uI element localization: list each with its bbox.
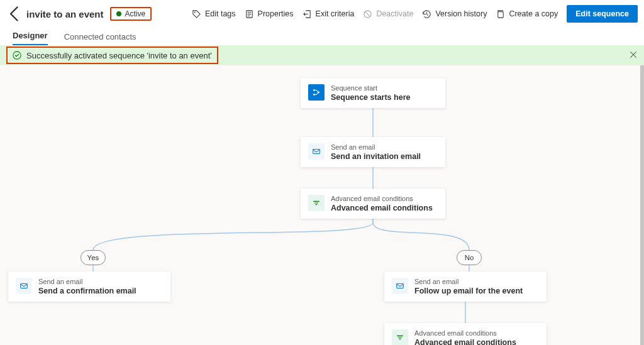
banner-close-button[interactable]: [629, 50, 638, 61]
status-label: Active: [125, 9, 146, 18]
designer-canvas[interactable]: Sequence start Sequence starts here Send…: [0, 65, 644, 345]
node-confirmation-email[interactable]: Send an email Send a confirmation email: [8, 271, 170, 302]
close-icon: [629, 50, 638, 59]
node-label: Advanced email conditions: [331, 195, 433, 202]
toolbar: Edit tags Properties Exit criteria Deact…: [192, 5, 638, 23]
node-label: Sequence start: [331, 84, 410, 92]
properties-button[interactable]: Properties: [245, 9, 294, 19]
email-icon: [392, 278, 408, 294]
properties-icon: [245, 9, 254, 19]
branch-no[interactable]: No: [457, 250, 482, 265]
svg-rect-9: [21, 284, 28, 288]
exit-criteria-button[interactable]: Exit criteria: [303, 9, 355, 19]
svg-point-4: [13, 52, 21, 59]
svg-rect-3: [498, 11, 503, 17]
status-badge: Active: [110, 7, 152, 21]
success-icon: [13, 51, 21, 60]
conditions-icon: [392, 329, 408, 345]
conditions-icon: [308, 195, 325, 211]
history-icon: [422, 9, 431, 19]
edit-sequence-button[interactable]: Edit sequence: [567, 5, 638, 23]
svg-rect-8: [313, 150, 320, 154]
tab-connected-contacts[interactable]: Connected contacts: [64, 32, 136, 45]
copy-icon: [496, 9, 505, 19]
node-title: Sequence starts here: [331, 93, 410, 102]
node-label: Send an email: [414, 278, 523, 285]
banner-message: Successfully activated sequence 'invite …: [26, 51, 212, 60]
node-label: Send an email: [38, 278, 136, 285]
node-title: Advanced email conditions: [331, 204, 433, 212]
svg-point-0: [194, 11, 196, 13]
create-copy-button[interactable]: Create a copy: [496, 9, 558, 19]
email-icon: [16, 278, 32, 294]
svg-rect-10: [397, 284, 404, 288]
edit-tags-button[interactable]: Edit tags: [192, 9, 236, 19]
node-title: Send a confirmation email: [38, 287, 136, 295]
tab-designer[interactable]: Designer: [13, 31, 48, 45]
node-sequence-start[interactable]: Sequence start Sequence starts here: [301, 78, 445, 108]
tag-icon: [192, 9, 201, 19]
version-history-button[interactable]: Version history: [422, 9, 487, 19]
node-title: Send an invitation email: [331, 152, 421, 161]
tabs: Designer Connected contacts: [0, 28, 644, 45]
node-label: Send an email: [331, 143, 421, 151]
success-banner: Successfully activated sequence 'invite …: [0, 45, 644, 65]
node-title: Follow up email for the event: [414, 287, 523, 295]
node-label: Advanced email conditions: [414, 329, 516, 337]
sequence-start-icon: [308, 84, 325, 101]
email-icon: [308, 143, 325, 160]
header-bar: invite to an event Active Edit tags Prop…: [0, 0, 644, 28]
exit-icon: [303, 9, 312, 19]
node-followup-email[interactable]: Send an email Follow up email for the ev…: [384, 271, 547, 302]
back-button[interactable]: [6, 5, 24, 23]
node-advanced-conditions[interactable]: Advanced email conditions Advanced email…: [301, 189, 445, 219]
node-title: Advanced email conditions: [414, 338, 516, 345]
status-dot-icon: [116, 11, 121, 16]
deactivate-icon: [363, 9, 372, 19]
branch-yes[interactable]: Yes: [80, 250, 106, 265]
node-advanced-conditions-2[interactable]: Advanced email conditions Advanced email…: [384, 323, 547, 345]
deactivate-button[interactable]: Deactivate: [363, 9, 413, 19]
page-title: invite to an event: [26, 9, 104, 19]
node-send-invitation-email[interactable]: Send an email Send an invitation email: [301, 137, 445, 167]
